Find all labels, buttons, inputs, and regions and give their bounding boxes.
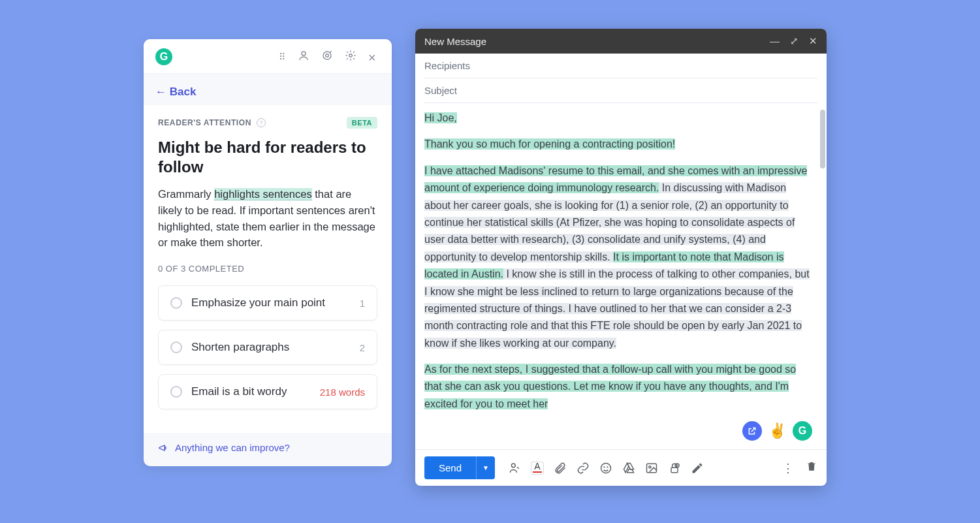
- suggestion-title: Might be hard for readers to follow: [158, 138, 377, 177]
- checkbox-icon[interactable]: [170, 386, 182, 398]
- scrollbar-thumb[interactable]: [820, 110, 825, 168]
- back-button[interactable]: ← Back: [155, 86, 196, 98]
- peace-emoji-icon[interactable]: ✌️: [768, 419, 786, 443]
- section-label: READER'S ATTENTION: [158, 118, 251, 127]
- progress-label: 0 OF 3 COMPLETED: [158, 264, 377, 274]
- attach-icon[interactable]: [554, 462, 567, 475]
- suggestion-label: Email is a bit wordy: [191, 385, 311, 398]
- more-options-icon[interactable]: ⋮: [782, 461, 794, 475]
- grammarly-panel: G ⠿ × ← Back READER'S ATTENTION ? BETA M…: [144, 39, 392, 466]
- compose-window: New Message — ⤢ ✕ Recipients Subject Hi …: [415, 29, 827, 486]
- drag-grid-icon[interactable]: ⠿: [279, 52, 286, 61]
- checkbox-icon[interactable]: [170, 341, 182, 353]
- beta-badge: BETA: [347, 117, 377, 129]
- suggestion-count: 1: [360, 298, 365, 309]
- open-external-icon[interactable]: [742, 421, 762, 441]
- close-icon[interactable]: ✕: [809, 35, 817, 47]
- text-format-icon[interactable]: A: [531, 462, 544, 475]
- suggestion-count: 2: [360, 342, 365, 353]
- compose-header[interactable]: New Message — ⤢ ✕: [415, 29, 827, 54]
- recipients-field[interactable]: Recipients: [424, 54, 817, 78]
- compose-body[interactable]: Hi Joe, Thank you so much for opening a …: [424, 110, 819, 443]
- trash-icon[interactable]: [806, 460, 817, 475]
- minimize-icon[interactable]: —: [770, 35, 780, 47]
- svg-rect-8: [646, 464, 656, 472]
- suggestion-card[interactable]: Emphasize your main point 1: [158, 285, 377, 321]
- grammarly-badge-icon[interactable]: G: [793, 421, 812, 441]
- subject-field[interactable]: Subject: [424, 78, 817, 103]
- suggestion-label: Shorten paragraphs: [191, 341, 351, 354]
- send-button[interactable]: Send: [424, 456, 476, 479]
- compose-title: New Message: [424, 36, 486, 47]
- expand-icon[interactable]: ⤢: [790, 35, 798, 47]
- emoji-icon[interactable]: [599, 462, 612, 475]
- suggestion-card[interactable]: Email is a bit wordy 218 words: [158, 374, 377, 409]
- svg-point-7: [607, 466, 608, 467]
- svg-point-0: [302, 52, 306, 55]
- close-icon[interactable]: ×: [368, 51, 380, 63]
- grammarly-header: G ⠿ ×: [144, 39, 392, 74]
- svg-point-6: [604, 466, 605, 467]
- confidential-icon[interactable]: [668, 462, 681, 475]
- svg-point-9: [649, 466, 651, 468]
- svg-point-5: [601, 463, 610, 473]
- person-icon[interactable]: [298, 50, 309, 64]
- drive-icon[interactable]: [622, 462, 635, 475]
- svg-point-2: [326, 54, 329, 57]
- help-icon[interactable]: ?: [257, 118, 266, 127]
- megaphone-icon: [158, 443, 168, 453]
- checkbox-icon[interactable]: [170, 297, 182, 309]
- svg-rect-10: [671, 468, 678, 473]
- send-options-button[interactable]: ▼: [476, 456, 495, 479]
- compose-toolbar: Send ▼ A: [415, 449, 827, 486]
- gear-icon[interactable]: [345, 50, 356, 64]
- svg-point-3: [349, 54, 353, 57]
- grammarly-logo-icon: G: [155, 48, 172, 65]
- suggestion-count: 218 words: [320, 387, 365, 398]
- image-icon[interactable]: [645, 462, 658, 475]
- svg-point-4: [511, 463, 515, 467]
- feedback-link[interactable]: Anything we can improve?: [144, 433, 392, 453]
- link-icon[interactable]: [577, 462, 590, 475]
- suggestion-description: Grammarly highlights sentences that are …: [158, 186, 377, 251]
- scrollbar[interactable]: [819, 110, 827, 443]
- suggestion-card[interactable]: Shorten paragraphs 2: [158, 330, 377, 365]
- goals-icon[interactable]: [321, 50, 333, 64]
- signature-icon[interactable]: [508, 462, 521, 475]
- suggestion-label: Emphasize your main point: [191, 296, 351, 309]
- highlighted-phrase: highlights sentences: [214, 188, 312, 200]
- svg-point-1: [323, 52, 331, 59]
- pen-icon[interactable]: [691, 462, 704, 475]
